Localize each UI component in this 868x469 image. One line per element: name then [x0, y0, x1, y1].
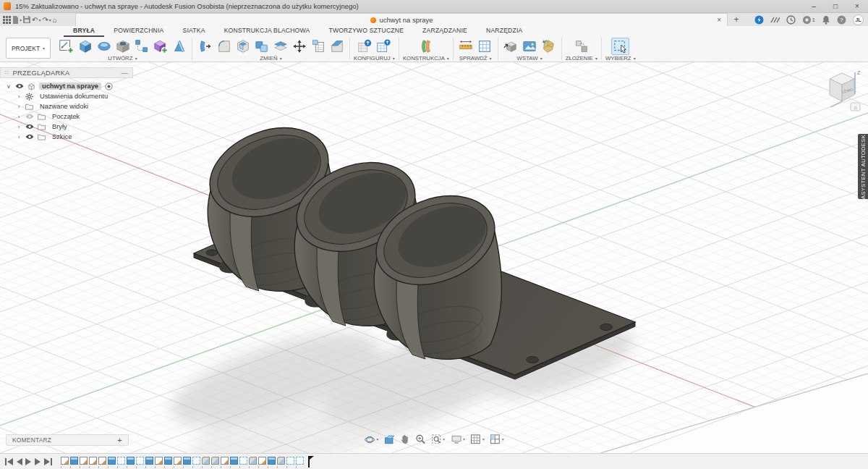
loft-button[interactable]: [170, 38, 188, 55]
timeline-feature-sketch[interactable]: [89, 457, 97, 465]
assistant-tab[interactable]: ASYSTENT AUTODESK: [858, 134, 868, 199]
expander-icon[interactable]: ∨: [6, 83, 12, 90]
fillet-button[interactable]: [215, 38, 233, 55]
home-button[interactable]: ⌂: [53, 14, 57, 25]
timeline-feature-plane[interactable]: [117, 457, 125, 465]
tree-item-bodies[interactable]: › Bryły: [0, 122, 133, 132]
tree-item-named-views[interactable]: › Nazwane widoki: [0, 101, 133, 111]
tab-bryla[interactable]: BRYŁA: [64, 27, 104, 37]
timeline-feature-extrude[interactable]: [127, 457, 135, 465]
view-cube[interactable]: Z LEWO ⌂: [822, 68, 862, 113]
comment-bar[interactable]: KOMENTARZ +: [6, 434, 129, 446]
tree-label-named-views[interactable]: Nazwane widoki: [37, 103, 91, 110]
new-tab-button[interactable]: +: [728, 13, 745, 26]
project-button[interactable]: PROJEKT▾: [6, 38, 51, 59]
browser-header[interactable]: ∷ PRZEGLĄDARKA —: [0, 67, 133, 78]
orbit-button[interactable]: ▾: [365, 434, 379, 445]
configure-button[interactable]: [356, 38, 374, 55]
display-settings-button[interactable]: ▾: [451, 435, 465, 444]
help-icon[interactable]: ?: [837, 15, 846, 25]
construction-plane-button[interactable]: [417, 38, 435, 55]
insert-mesh-button[interactable]: [540, 38, 558, 55]
change-parameters-button[interactable]: [309, 38, 327, 55]
tab-tworzywo-sztuczne[interactable]: TWORZYWO SZTUCZNE: [319, 27, 413, 37]
viewport-canvas[interactable]: ∷ PRZEGLĄDARKA — ∨ uchwyt na spraye › Us…: [0, 62, 868, 453]
eye-icon[interactable]: [25, 134, 34, 140]
tree-item-document-settings[interactable]: › Ustawienia dokumentu: [0, 91, 133, 101]
move-copy-button[interactable]: [290, 38, 308, 55]
select-button[interactable]: [611, 38, 629, 55]
timeline-feature-plane[interactable]: [296, 457, 304, 465]
expander-icon[interactable]: ›: [16, 134, 22, 140]
timeline-feature-sketch[interactable]: [221, 457, 229, 465]
step-forward-button[interactable]: [35, 458, 41, 465]
app-grid-icon[interactable]: [3, 14, 11, 25]
bell-icon[interactable]: [822, 15, 830, 25]
timeline-feature-sketch[interactable]: [174, 457, 182, 465]
group-label-wstaw[interactable]: WSTAW ▾: [517, 55, 542, 62]
timeline-feature-plane[interactable]: [136, 457, 144, 465]
timeline-feature-sketch[interactable]: [80, 457, 88, 465]
insert-canvas-button[interactable]: [521, 38, 539, 55]
timeline-feature-fillet[interactable]: [249, 457, 257, 465]
add-comment-icon[interactable]: +: [117, 436, 122, 444]
tree-label-origin[interactable]: Początek: [49, 113, 82, 120]
timeline-feature-sketch[interactable]: [61, 457, 69, 465]
delete-face-button[interactable]: [328, 38, 346, 55]
hole-button[interactable]: [114, 38, 132, 55]
minimize-button[interactable]: –: [803, 0, 825, 13]
tree-label-document-settings[interactable]: Ustawienia dokumentu: [37, 93, 111, 100]
step-back-button[interactable]: [16, 458, 22, 465]
expander-icon[interactable]: ›: [16, 124, 22, 130]
tree-item-sketches[interactable]: › Szkice: [0, 132, 133, 142]
timeline-feature-plane[interactable]: [286, 457, 294, 465]
timeline-feature-extrude[interactable]: [108, 457, 116, 465]
measure-button[interactable]: [457, 38, 475, 55]
joint-button[interactable]: [572, 38, 590, 55]
split-body-button[interactable]: [271, 38, 289, 55]
document-tab-close-icon[interactable]: ×: [717, 16, 721, 24]
revolve-button[interactable]: [95, 38, 113, 55]
tab-siatka[interactable]: SIATKA: [174, 27, 215, 37]
group-label-sprawdz[interactable]: SPRAWDŹ ▾: [459, 55, 492, 62]
timeline-feature-extrude[interactable]: [230, 457, 238, 465]
expander-icon[interactable]: ›: [16, 93, 22, 100]
close-button[interactable]: ×: [846, 0, 868, 13]
tree-label-root[interactable]: uchwyt na spraye: [39, 83, 101, 90]
tab-konstrukcja-blachowa[interactable]: KONSTRUKCJA BLACHOWA: [215, 27, 320, 37]
extensions-icon[interactable]: [754, 15, 764, 25]
tab-narzedzia[interactable]: NARZĘDZIA: [477, 27, 532, 37]
interference-button[interactable]: [476, 38, 494, 55]
group-label-konstrukcja[interactable]: KONSTRUKCJA ▾: [403, 55, 449, 62]
tree-item-origin[interactable]: › Początek: [0, 111, 133, 122]
notification-center-icon[interactable]: 1: [802, 15, 815, 25]
group-label-zlozenie[interactable]: ZŁOŻENIE ▾: [566, 55, 597, 62]
group-label-zmien[interactable]: ZMIEŃ ▾: [260, 55, 281, 62]
look-at-button[interactable]: [384, 435, 394, 444]
press-pull-button[interactable]: [196, 38, 214, 55]
tree-label-bodies[interactable]: Bryły: [49, 123, 70, 130]
eye-icon[interactable]: [25, 124, 34, 130]
create-sketch-button[interactable]: [57, 38, 75, 55]
group-label-konfiguruj[interactable]: KONFIGURUJ ▾: [354, 55, 395, 62]
tree-label-sketches[interactable]: Szkice: [49, 133, 75, 140]
activate-radio-icon[interactable]: [104, 83, 114, 90]
tab-zarzadzanie[interactable]: ZARZĄDZANIE: [413, 27, 477, 37]
timeline-feature-fillet[interactable]: [211, 457, 219, 465]
group-label-utworz[interactable]: UTWÓRZ ▾: [108, 55, 137, 62]
pattern-button[interactable]: [132, 38, 150, 55]
new-component-button[interactable]: [151, 38, 169, 55]
timeline-position-marker[interactable]: [305, 456, 312, 468]
extrude-button[interactable]: [76, 38, 94, 55]
timeline-feature-extrude[interactable]: [145, 457, 153, 465]
browser-collapse-icon[interactable]: —: [121, 69, 128, 77]
timeline-feature-fillet[interactable]: [202, 457, 210, 465]
go-to-end-button[interactable]: [44, 458, 52, 465]
zoom-button[interactable]: [415, 434, 425, 444]
document-tab[interactable]: uchwyt na spraye ×: [75, 13, 728, 26]
grid-snap-button[interactable]: ▾: [471, 434, 485, 444]
user-avatar[interactable]: JL: [853, 14, 864, 25]
recent-history-icon[interactable]: [786, 15, 796, 25]
timeline-feature-extrude[interactable]: [164, 457, 172, 465]
timeline-feature-extrude[interactable]: [70, 457, 78, 465]
